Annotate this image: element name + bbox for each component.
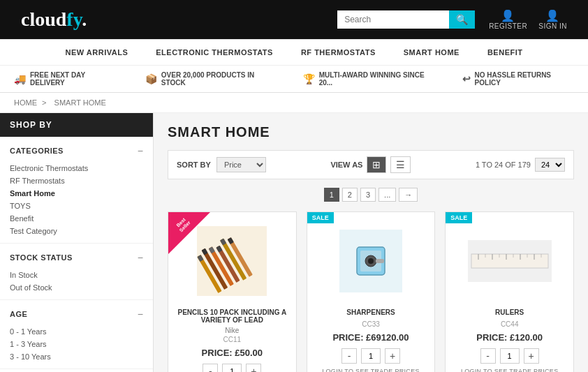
- svg-point-17: [368, 258, 374, 264]
- main-content: SMART HOME SORT BY Price Name Newest VIE…: [154, 113, 588, 372]
- stock-collapse-btn[interactable]: −: [138, 252, 143, 263]
- qty-minus-0[interactable]: -: [203, 364, 218, 372]
- product-sku-1: CC33: [362, 320, 380, 328]
- product-name-0: PENCILS 10 PACK INCLUDING A VARIETY OF L…: [175, 308, 289, 324]
- sidebar-categories-title: CATEGORIES: [10, 147, 64, 155]
- trade-price-1: LOGIN TO SEE TRADE PRICES: [322, 368, 420, 372]
- product-badge-1: SALE: [307, 212, 334, 223]
- sort-by-label: SORT BY: [177, 161, 211, 169]
- categories-collapse-btn[interactable]: −: [138, 145, 143, 156]
- sidebar-smart-home[interactable]: Smart Home: [10, 187, 143, 200]
- toolbar-center: VIEW AS ⊞ ☰: [330, 156, 411, 173]
- svg-rect-18: [376, 259, 384, 263]
- grid-view-button[interactable]: ⊞: [367, 156, 386, 173]
- product-qty-1: - +: [341, 348, 400, 364]
- signin-action[interactable]: 👤 SIGN IN: [538, 9, 567, 30]
- qty-input-2[interactable]: [500, 348, 520, 364]
- product-price-0: PRICE: £50.00: [202, 348, 263, 358]
- sidebar-rf-thermostats[interactable]: RF Thermostats: [10, 174, 143, 187]
- register-label: REGISTER: [489, 22, 527, 30]
- page-btn-ellipsis: ...: [378, 188, 396, 202]
- page-title: SMART HOME: [168, 124, 574, 140]
- sidebar-age-section: AGE − 0 - 1 Years 1 - 3 Years 3 - 10 Yea…: [0, 300, 153, 369]
- header-right: 🔍 👤 REGISTER 👤 SIGN IN: [337, 9, 567, 30]
- results-count: 1 TO 24 OF 179: [476, 161, 531, 169]
- breadcrumb-separator: >: [42, 98, 46, 107]
- sidebar-test-category[interactable]: Test Category: [10, 225, 143, 237]
- sidebar: SHOP BY CATEGORIES − Electronic Thermost…: [0, 113, 154, 372]
- search-bar: 🔍: [337, 10, 475, 29]
- nav-new-arrivals[interactable]: NEW ARRIVALS: [66, 48, 128, 57]
- trade-price-2: LOGIN TO SEE TRADE PRICES: [461, 368, 559, 372]
- toolbar-right: 1 TO 24 OF 179 24 48 96: [476, 158, 565, 172]
- main-nav: NEW ARRIVALS ELECTRONIC THERMOSTATS RF T…: [0, 39, 588, 66]
- product-name-1: SHARPENERS: [346, 308, 395, 316]
- product-badge-2: SALE: [446, 212, 472, 223]
- header: cloudfy. 🔍 👤 REGISTER 👤 SIGN IN: [0, 0, 588, 39]
- qty-minus-1[interactable]: -: [341, 348, 357, 364]
- sort-select[interactable]: Price Name Newest: [216, 157, 266, 172]
- view-as-label: VIEW AS: [330, 161, 362, 169]
- product-grid: Best Seller: [168, 211, 574, 372]
- products-icon: 📦: [145, 73, 157, 84]
- product-image-1: [314, 219, 428, 303]
- product-price-1: PRICE: £69120.00: [332, 332, 409, 343]
- signin-label: SIGN IN: [538, 22, 567, 30]
- header-actions: 👤 REGISTER 👤 SIGN IN: [489, 9, 567, 30]
- svg-rect-20: [471, 254, 548, 268]
- banner-returns-text: NO HASSLE RETURNS POLICY: [475, 71, 574, 87]
- sidebar-in-stock[interactable]: In Stock: [10, 269, 143, 281]
- page-btn-2[interactable]: 2: [342, 188, 358, 202]
- page-btn-3[interactable]: 3: [360, 188, 376, 202]
- nav-electronic-thermostats[interactable]: ELECTRONIC THERMOSTATS: [156, 48, 273, 57]
- age-collapse-btn[interactable]: −: [138, 308, 143, 320]
- product-image-2: [453, 219, 566, 303]
- toolbar-left: SORT BY Price Name Newest: [177, 157, 266, 172]
- search-input[interactable]: [337, 10, 449, 29]
- nav-smart-home[interactable]: SMART HOME: [404, 48, 460, 57]
- sidebar-stock-header: STOCK STATUS −: [10, 252, 143, 263]
- product-name-2: RULERS: [495, 308, 524, 316]
- sidebar-benefit[interactable]: Benefit: [10, 212, 143, 225]
- toolbar: SORT BY Price Name Newest VIEW AS ⊞ ☰ 1 …: [168, 150, 574, 179]
- sidebar-categories-header: CATEGORIES −: [10, 145, 143, 156]
- sidebar-age-3-10[interactable]: 3 - 10 Years: [10, 350, 143, 363]
- qty-plus-1[interactable]: +: [385, 348, 400, 364]
- product-qty-0: - +: [203, 364, 261, 372]
- search-button[interactable]: 🔍: [449, 10, 475, 29]
- award-icon: 🏆: [303, 73, 315, 84]
- page-btn-next[interactable]: →: [399, 188, 418, 202]
- product-card-1: SALE SHARPENERS CC33 PRICE: £69120.00: [307, 211, 436, 372]
- info-banner: 🚚 FREE NEXT DAY DELIVERY 📦 OVER 20,000 P…: [0, 66, 588, 93]
- banner-delivery: 🚚 FREE NEXT DAY DELIVERY: [14, 71, 117, 87]
- list-view-button[interactable]: ☰: [390, 156, 411, 173]
- qty-input-0[interactable]: [222, 364, 242, 372]
- product-price-2: PRICE: £120.00: [476, 332, 543, 343]
- sidebar-stock-section: STOCK STATUS − In Stock Out of Stock: [0, 244, 153, 300]
- product-card-2: SALE: [445, 211, 574, 372]
- main-layout: SHOP BY CATEGORIES − Electronic Thermost…: [0, 113, 588, 372]
- breadcrumb-home[interactable]: HOME: [14, 98, 37, 107]
- product-card-0: Best Seller: [168, 211, 297, 372]
- nav-benefit[interactable]: BENEFIT: [487, 48, 523, 57]
- qty-plus-0[interactable]: +: [246, 364, 261, 372]
- nav-rf-thermostats[interactable]: RF THERMOSTATS: [301, 48, 376, 57]
- page-btn-1[interactable]: 1: [324, 188, 339, 202]
- sidebar-out-of-stock[interactable]: Out of Stock: [10, 281, 143, 294]
- qty-minus-2[interactable]: -: [480, 348, 496, 364]
- pagination-top: 1 2 3 ... →: [168, 188, 574, 202]
- sidebar-age-1-3[interactable]: 1 - 3 Years: [10, 338, 143, 350]
- sidebar-electronic-thermostats[interactable]: Electronic Thermostats: [10, 162, 143, 174]
- banner-delivery-text: FREE NEXT DAY DELIVERY: [30, 71, 117, 87]
- returns-icon: ↩: [462, 73, 471, 84]
- sidebar-brand-section: BRAND − My Little Pony Disney Barbie Hel…: [0, 369, 153, 372]
- product-sku-2: CC44: [501, 320, 519, 328]
- sidebar-age-0-1[interactable]: 0 - 1 Years: [10, 325, 143, 338]
- per-page-select[interactable]: 24 48 96: [535, 158, 565, 172]
- register-action[interactable]: 👤 REGISTER: [489, 9, 527, 30]
- qty-input-1[interactable]: [361, 348, 381, 364]
- product-sku-0: CC11: [223, 336, 242, 343]
- qty-plus-2[interactable]: +: [524, 348, 539, 364]
- sidebar-toys[interactable]: TOYS: [10, 200, 143, 212]
- sidebar-age-title: AGE: [10, 310, 27, 318]
